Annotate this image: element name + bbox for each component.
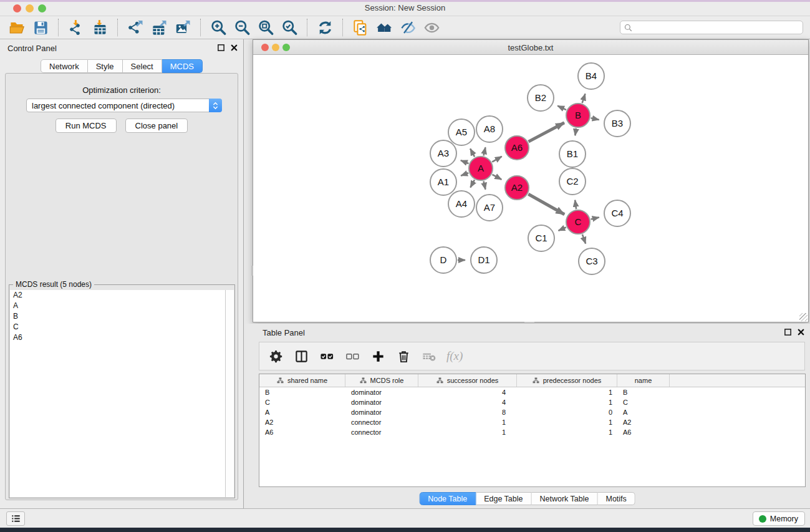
graph-node-A6[interactable]: A6 (505, 136, 529, 160)
graph-node-A5[interactable]: A5 (448, 119, 475, 145)
graph-edge-A-A4[interactable] (470, 180, 475, 187)
graph-node-C2[interactable]: C2 (559, 168, 586, 195)
graph-edge-B-B1[interactable] (575, 128, 576, 136)
mcds-result-item[interactable]: A6 (10, 332, 225, 343)
graph-edge-A6-B[interactable] (529, 123, 564, 142)
mcds-result-item[interactable]: A (10, 301, 225, 311)
zoom-selected-button[interactable] (277, 17, 301, 37)
graph-node-A1[interactable]: A1 (430, 169, 456, 195)
close-table-panel-icon[interactable] (797, 328, 805, 336)
graph-node-A4[interactable]: A4 (448, 191, 475, 217)
column-header-MCDS-role[interactable]: MCDS role (345, 374, 418, 387)
column-header-shared-name[interactable]: shared name (259, 374, 345, 387)
add-column-button[interactable] (370, 348, 386, 364)
search-box[interactable] (620, 21, 803, 34)
graph-node-B1[interactable]: B1 (559, 141, 586, 167)
export-table-button[interactable] (147, 17, 171, 37)
result-scrollbar[interactable] (225, 290, 234, 497)
network-window-titlebar[interactable]: testGlobe.txt (253, 40, 808, 55)
memory-button[interactable]: Memory (753, 511, 805, 526)
dropdown-stepper-icon[interactable] (209, 99, 222, 112)
import-table-button[interactable] (88, 17, 112, 37)
export-network-button[interactable] (123, 17, 147, 37)
graph-node-D[interactable]: D (430, 247, 456, 273)
graph-node-B4[interactable]: B4 (578, 63, 604, 89)
tab-motifs[interactable]: Motifs (597, 492, 635, 505)
graph-node-A8[interactable]: A8 (476, 116, 503, 142)
tab-edge-table[interactable]: Edge Table (476, 492, 531, 505)
graph-edge-A-A7[interactable] (484, 181, 486, 189)
table-row[interactable]: Cdominator41C (259, 397, 805, 407)
tab-mcds[interactable]: MCDS (162, 59, 203, 73)
run-mcds-button[interactable]: Run MCDS (55, 118, 117, 133)
tab-network-table[interactable]: Network Table (532, 492, 598, 505)
settings-button[interactable] (268, 348, 284, 364)
search-input[interactable] (635, 22, 803, 33)
tab-node-table[interactable]: Node Table (419, 492, 476, 505)
graph-edge-A-A5[interactable] (470, 148, 475, 157)
graph-edge-C-C3[interactable] (582, 235, 586, 244)
mcds-result-list[interactable]: A2ABCA6 (10, 290, 225, 497)
graph-edge-A-A2[interactable] (493, 175, 502, 180)
network-canvas[interactable]: AA1A2A3A4A5A6A7A8BB1B2B3B4CC1C2C3C4DD1 (253, 55, 808, 322)
graph-edge-C-C4[interactable] (591, 218, 599, 220)
graph-edge-A-A3[interactable] (461, 160, 469, 163)
close-panel-button[interactable]: Close panel (125, 118, 188, 133)
tab-select[interactable]: Select (123, 59, 162, 73)
graph-node-A7[interactable]: A7 (476, 195, 503, 221)
network-graph[interactable]: AA1A2A3A4A5A6A7A8BB1B2B3B4CC1C2C3C4DD1 (253, 55, 808, 322)
column-panel-button[interactable] (293, 348, 309, 364)
graph-node-C[interactable]: C (566, 210, 590, 234)
deselect-all-button[interactable] (344, 348, 360, 364)
table-row[interactable]: Adominator80A (259, 407, 805, 417)
mcds-result-item[interactable]: B (10, 311, 225, 322)
graph-node-C1[interactable]: C1 (528, 225, 554, 251)
graph-edge-A-A8[interactable] (484, 147, 486, 155)
column-header-name[interactable]: name (617, 374, 670, 387)
table-row[interactable]: Bdominator41B (259, 387, 805, 397)
graph-node-C4[interactable]: C4 (604, 200, 630, 226)
criterion-dropdown[interactable]: largest connected component (directed) (26, 99, 222, 112)
graph-node-B3[interactable]: B3 (604, 110, 630, 137)
graph-edge-A2-C[interactable] (528, 194, 564, 214)
refresh-button[interactable] (313, 17, 337, 37)
column-header-successor-nodes[interactable]: successor nodes (418, 374, 517, 387)
float-table-panel-icon[interactable] (784, 328, 792, 336)
table-row[interactable]: A6connector11A6 (259, 427, 805, 437)
graph-edge-C-C2[interactable] (575, 200, 576, 209)
home-button[interactable] (372, 17, 396, 37)
zoom-in-button[interactable] (206, 17, 230, 37)
clone-network-button[interactable] (349, 17, 372, 37)
tab-style[interactable]: Style (88, 59, 123, 73)
graph-edge-A-A1[interactable] (461, 173, 468, 175)
graph-node-B[interactable]: B (566, 104, 590, 127)
open-file-button[interactable] (5, 17, 29, 37)
save-session-button[interactable] (29, 17, 52, 37)
float-panel-icon[interactable] (217, 44, 225, 52)
close-panel-icon[interactable] (230, 44, 238, 52)
zoom-out-button[interactable] (230, 17, 254, 37)
delete-column-button[interactable] (395, 348, 412, 364)
graph-edge-B-B4[interactable] (582, 94, 586, 103)
task-history-button[interactable] (6, 511, 25, 526)
table-row[interactable]: A2connector11A2 (259, 417, 805, 427)
resize-grip-icon[interactable] (799, 313, 808, 321)
graph-node-C3[interactable]: C3 (579, 248, 605, 274)
select-all-button[interactable] (319, 348, 335, 364)
hide-panel-button[interactable] (396, 17, 420, 37)
graph-edge-A-A6[interactable] (492, 157, 501, 162)
graph-edge-B-B2[interactable] (557, 106, 566, 110)
tab-network[interactable]: Network (41, 59, 88, 73)
import-network-button[interactable] (64, 17, 88, 37)
graph-edge-B-B3[interactable] (591, 118, 599, 120)
zoom-fit-button[interactable] (254, 17, 277, 37)
graph-node-D1[interactable]: D1 (471, 247, 497, 273)
graph-node-A2[interactable]: A2 (505, 176, 529, 200)
graph-node-A[interactable]: A (469, 157, 493, 180)
mcds-result-item[interactable]: C (10, 322, 225, 332)
column-header-predecessor-nodes[interactable]: predecessor nodes (517, 374, 617, 387)
graph-node-A3[interactable]: A3 (430, 140, 456, 167)
graph-edge-C-C1[interactable] (558, 227, 566, 230)
show-panel-button[interactable] (420, 17, 443, 37)
mcds-result-item[interactable]: A2 (10, 290, 225, 301)
